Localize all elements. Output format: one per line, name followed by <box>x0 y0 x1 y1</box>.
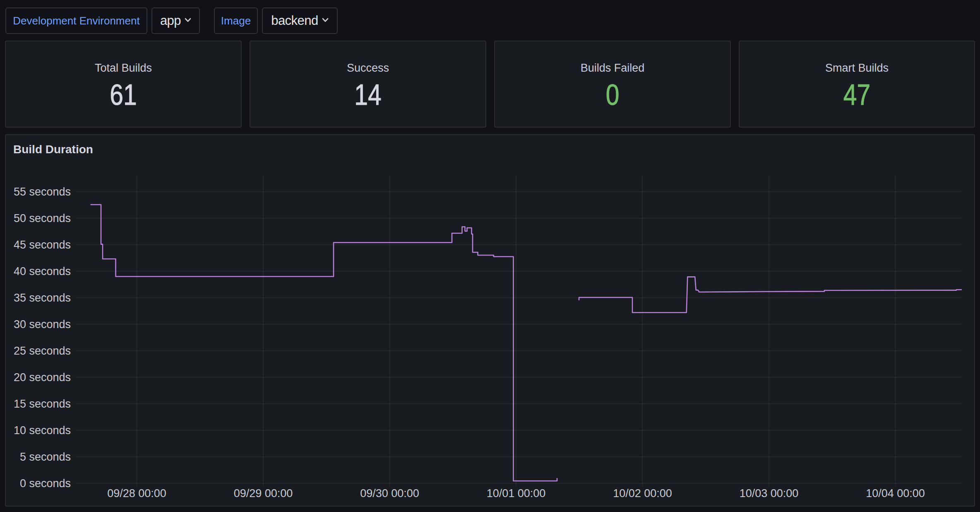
svg-text:09/28 00:00: 09/28 00:00 <box>107 487 166 500</box>
svg-text:10 seconds: 10 seconds <box>14 424 71 437</box>
svg-text:30 seconds: 30 seconds <box>14 318 71 331</box>
svg-text:09/30 00:00: 09/30 00:00 <box>360 487 419 500</box>
svg-text:Build Duration: Build Duration <box>13 143 93 156</box>
svg-text:10/01 00:00: 10/01 00:00 <box>487 487 546 500</box>
svg-text:10/03 00:00: 10/03 00:00 <box>740 487 799 500</box>
svg-text:25 seconds: 25 seconds <box>14 345 71 357</box>
svg-text:55 seconds: 55 seconds <box>14 186 71 198</box>
svg-text:40 seconds: 40 seconds <box>14 265 71 278</box>
svg-text:35 seconds: 35 seconds <box>14 292 71 304</box>
svg-text:45 seconds: 45 seconds <box>14 239 71 251</box>
svg-text:09/29 00:00: 09/29 00:00 <box>234 487 293 500</box>
svg-text:10/02 00:00: 10/02 00:00 <box>613 487 672 500</box>
svg-text:50 seconds: 50 seconds <box>14 212 71 225</box>
svg-text:0 seconds: 0 seconds <box>20 477 71 490</box>
svg-text:15 seconds: 15 seconds <box>14 398 71 410</box>
svg-text:10/04 00:00: 10/04 00:00 <box>866 487 925 500</box>
svg-text:5 seconds: 5 seconds <box>20 451 71 463</box>
svg-text:20 seconds: 20 seconds <box>14 371 71 384</box>
